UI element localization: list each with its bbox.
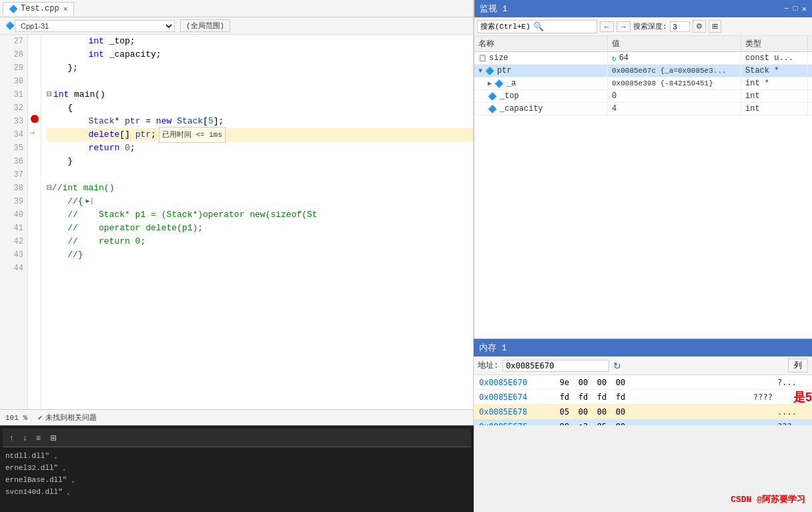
code-content[interactable]: int _top; int _capacity; }; ⊟in [41,35,473,409]
code-line-29: }; [47,61,473,75]
watch-depth-label: 搜索深度: [633,21,667,31]
output-down-btn[interactable]: ↓ [20,432,29,444]
minimize-icon[interactable]: – [784,4,789,14]
watch-row-a: ▶ 🔷 _a 0x0085e398 {-842150451} int * [474,77,812,90]
line-num-35: 35 [0,142,27,155]
memory-addr-input[interactable] [502,360,609,372]
output-line-0: ntdll.dll" 。 [5,450,468,462]
mem-bytes-2: 05 00 00 00 [554,407,772,417]
bottom-area: ↑ ↓ ≡ ⊞ ntdll.dll" 。 ernel32.dll" 。 erne… [0,425,812,512]
memory-col-btn[interactable]: 列 [788,358,808,372]
memory-row-1: 0x0085E674 fd fd fd fd ???? 是5 [474,390,812,405]
watch-cell-type-ptr: Stack * [741,65,808,77]
watch-cell-value-ptr: 0x0085e67c {_a=0x0085e3... [608,65,741,77]
watch-cell-type-a: int * [741,77,808,89]
a-type-icon: 🔷 [494,79,504,88]
code-line-37 [47,168,473,182]
output-toolbar: ↑ ↓ ≡ ⊞ [3,429,471,447]
debug-arrow-34: ⇒ [29,127,35,138]
line-num-38: 38 [0,182,27,195]
code-line-42: // return 0; [47,235,473,248]
code-line-33: Stack* ptr = new Stack[5]; [47,115,473,128]
main-container: 🔷 Test.cpp ✕ 🔷 Cpp1-31 (全局范围) 27 28 29 3… [0,0,812,512]
status-ok-icon: ✔ [38,413,43,422]
watch-cell-type-top: int [741,90,808,102]
watch-cell-name-capacity: 🔷 _capacity [474,103,608,115]
code-line-31: ⊟int main() [47,88,473,101]
csdn-watermark: CSDN @阿苏要学习 [731,493,805,505]
refresh-icon-size[interactable]: ↻ [612,54,617,63]
expand-icon-ptr[interactable]: ▼ [478,67,482,75]
mem-bytes-1: fd fd fd fd [554,393,748,402]
watch-back-btn[interactable]: ← [600,21,614,32]
memory-panel: 内存 1 地址: ↻ 列 0x0085E670 9e 00 [474,338,812,425]
line-num-30: 30 [0,75,27,88]
close-icon[interactable]: ✕ [802,4,807,14]
editor-panel: 🔷 Test.cpp ✕ 🔷 Cpp1-31 (全局范围) 27 28 29 3… [0,0,474,425]
mem-addr-1: 0x0085E674 [474,393,554,402]
memory-table: 0x0085E670 9e 00 00 00 ?... 0x0085E674 [474,375,812,425]
memory-refresh-btn[interactable]: ↻ [613,360,621,371]
watch-cell-name-size: 📋 size [474,52,608,64]
col-header-value: 值 [608,36,741,51]
memory-title-bar: 内存 1 [474,339,812,356]
maximize-icon[interactable]: □ [793,4,798,14]
output-content: ntdll.dll" 。 ernel32.dll" 。 ernelBase.dl… [3,447,471,501]
watch-title-bar: 监视 1 – □ ✕ [474,0,812,17]
scope-select[interactable]: Cpp1-31 [15,20,175,32]
watch-cell-name-ptr: ▼ 🔷 ptr [474,65,608,77]
code-line-30 [47,75,473,88]
mem-chars-0: ?... [772,378,812,387]
code-line-38: ⊟//int main() [47,182,473,195]
mem-addr-2: 0x0085E678 [474,407,554,417]
editor-tab[interactable]: 🔷 Test.cpp ✕ [3,2,74,15]
mem-addr-0: 0x0085E670 [474,378,554,387]
watch-title: 监视 1 [480,3,508,15]
breakpoint-33[interactable] [31,115,39,123]
output-format-btn[interactable]: ≡ [33,432,43,444]
line-num-31: 31 [0,88,27,101]
cpp-file-icon: 🔷 [9,5,18,13]
watch-cell-name-a: ▶ 🔷 _a [474,77,608,89]
watch-settings-btn[interactable]: ⚙ [693,20,706,33]
watch-search-label: 搜索(Ctrl+E) [480,21,530,31]
watch-table-header: 名称 值 类型 [474,36,812,52]
output-extra-btn[interactable]: ⊞ [47,432,59,444]
line-num-29: 29 [0,61,27,75]
gutter: ⇒ [28,35,41,409]
tab-close-icon[interactable]: ✕ [63,4,68,14]
watch-cell-type-capacity: int [741,103,808,115]
memory-title: 内存 1 [479,342,507,354]
line-num-39: 39 [0,195,27,208]
tooltip-elapsed: 已用时间 <= 1ms [159,127,226,143]
right-panels: 监视 1 – □ ✕ 搜索(Ctrl+E) 🔍 ← → 搜索深度: [474,0,812,425]
expand-icon-a[interactable]: ▶ [488,79,492,87]
mem-chars-2: .... [772,407,812,417]
line-numbers: 27 28 29 30 31 32 33 34 35 36 37 38 39 4… [0,35,28,409]
cpp-scope-icon: 🔷 [5,21,15,30]
output-up-btn[interactable]: ↑ [7,432,16,444]
output-section: ↑ ↓ ≡ ⊞ ntdll.dll" 。 ernel32.dll" 。 erne… [0,425,474,512]
status-bar: 101 % ✔ 未找到相关问题 [0,409,473,425]
watch-grid-btn[interactable]: ⊞ [709,20,721,33]
line-num-36: 36 [0,155,27,168]
mem-chars-1: ???? [748,393,788,402]
code-line-43: //} [47,248,473,262]
line-num-27: 27 [0,35,27,48]
code-line-35: return 0; [47,142,473,155]
watch-forward-btn[interactable]: → [617,21,631,32]
code-line-27: int _top; [47,35,473,48]
watch-icon-size: 📋 [478,54,486,62]
line-num-43: 43 [0,248,27,262]
line-num-40: 40 [0,208,27,222]
code-line-39: //{▶| [47,195,473,208]
watch-depth-input[interactable] [670,21,690,32]
watch-cell-value-top: 0 [608,90,741,102]
watch-row-ptr[interactable]: ▼ 🔷 ptr 0x0085e67c {_a=0x0085e3... Stack… [474,65,812,77]
scope-label: (全局范围) [180,19,230,32]
col-header-type: 类型 [741,36,808,51]
watch-search-box[interactable]: 搜索(Ctrl+E) 🔍 [477,20,597,33]
memory-row-2: 0x0085E678 05 00 00 00 .... [474,405,812,419]
code-line-36: } [47,155,473,168]
col-header-name: 名称 [474,36,608,51]
